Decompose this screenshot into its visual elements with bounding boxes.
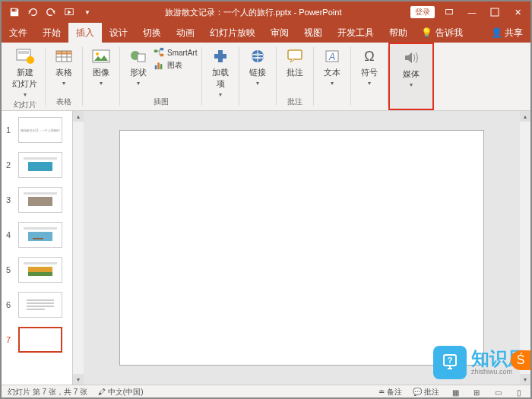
comments-button[interactable]: 💬 批注	[413, 387, 439, 397]
tab-view[interactable]: 视图	[296, 23, 330, 43]
comment-button[interactable]: 批注	[281, 46, 309, 80]
thumb-4[interactable]: 4	[2, 220, 72, 249]
symbol-icon: Ω	[359, 47, 380, 65]
ribbon-options-icon[interactable]	[441, 4, 458, 21]
group-comments-label: 批注	[287, 97, 302, 109]
tab-home[interactable]: 开始	[35, 23, 68, 43]
svg-rect-29	[28, 162, 52, 171]
group-media: 媒体 ▾	[388, 43, 434, 110]
svg-rect-15	[138, 54, 145, 62]
save-icon[interactable]	[6, 4, 23, 21]
minimize-icon[interactable]: —	[464, 4, 480, 21]
maximize-icon[interactable]	[486, 4, 503, 21]
svg-rect-36	[28, 267, 52, 272]
redo-icon[interactable]	[43, 4, 59, 21]
comment-icon	[284, 47, 306, 65]
svg-rect-35	[24, 262, 57, 264]
login-button[interactable]: 登录	[410, 6, 435, 18]
new-slide-button[interactable]: 新建 幻灯片 ▾	[9, 46, 40, 100]
notes-button[interactable]: ≐ 备注	[378, 387, 402, 397]
group-slides-label: 幻灯片	[14, 100, 36, 112]
reading-view-icon[interactable]: ▭	[492, 387, 503, 397]
images-button[interactable]: 图像 ▾	[87, 46, 115, 88]
group-addins: 加载 项 ▾	[202, 43, 239, 110]
tellme[interactable]: 💡 告诉我	[421, 27, 463, 40]
thumb-5[interactable]: 5	[2, 255, 72, 284]
tab-review[interactable]: 审阅	[263, 23, 296, 43]
title-text: 旅游散文记录：一个人的旅行.pptx - PowerPoint	[96, 7, 410, 18]
thumb-7[interactable]: 7	[2, 325, 72, 354]
svg-rect-40	[27, 306, 54, 307]
dropdown-icon: ▾	[219, 91, 222, 98]
thumb-2[interactable]: 2	[2, 150, 72, 179]
tab-animations[interactable]: 动画	[169, 23, 202, 43]
links-label: 链接	[249, 67, 266, 78]
chart-button[interactable]: 图表	[154, 60, 197, 71]
svg-rect-33	[28, 232, 52, 241]
tab-insert[interactable]: 插入	[68, 23, 102, 43]
canvas-area	[84, 111, 520, 385]
sorter-view-icon[interactable]: ⊞	[471, 387, 482, 397]
thumb-1[interactable]: 1旅游散文记录：一个人的旅行	[2, 116, 72, 144]
svg-rect-30	[24, 192, 57, 195]
dropdown-icon: ▾	[331, 80, 334, 87]
group-comments: 批注 批注	[277, 43, 313, 110]
share-button[interactable]: 👤 共享	[491, 27, 523, 40]
svg-rect-2	[491, 8, 499, 16]
group-symbols: Ω 符号 ▾	[351, 43, 388, 110]
symbols-button[interactable]: Ω 符号 ▾	[356, 46, 383, 88]
slideshow-view-icon[interactable]: ▯	[514, 387, 524, 397]
dropdown-icon: ▾	[256, 80, 259, 87]
text-button[interactable]: A 文本 ▾	[318, 46, 346, 88]
dropdown-icon: ▾	[62, 80, 65, 87]
svg-point-5	[27, 56, 34, 64]
ribbon: 新建 幻灯片 ▾ 幻灯片 表格 ▾ 表格 图像 ▾ 形状 ▾	[2, 43, 530, 111]
svg-rect-39	[27, 302, 54, 304]
smartart-button[interactable]: SmartArt	[154, 47, 197, 58]
qat-dropdown-icon[interactable]: ▼	[79, 4, 96, 21]
tab-help[interactable]: 帮助	[382, 23, 415, 43]
group-images: 图像 ▾	[83, 43, 119, 110]
tab-developer[interactable]: 开发工具	[330, 23, 382, 43]
thumb-3[interactable]: 3	[2, 185, 72, 214]
symbols-label: 符号	[361, 67, 378, 78]
dropdown-icon: ▾	[410, 81, 413, 88]
tab-design[interactable]: 设计	[102, 23, 135, 43]
group-tables-label: 表格	[56, 97, 71, 109]
thumb-6[interactable]: 6	[2, 290, 72, 319]
thumb-scrollbar[interactable]: ▴▾	[73, 111, 84, 385]
lang-indicator[interactable]: 🖍 中文(中国)	[98, 387, 143, 397]
smartart-label: SmartArt	[167, 49, 197, 57]
sogou-icon[interactable]: Ś	[511, 350, 530, 370]
svg-rect-41	[27, 309, 45, 310]
svg-text:Ω: Ω	[365, 49, 375, 64]
chart-label: 图表	[167, 60, 182, 71]
links-button[interactable]: 链接 ▾	[244, 46, 271, 88]
dropdown-icon: ▾	[24, 91, 27, 98]
group-illustrations-label: 插图	[154, 97, 169, 109]
undo-icon[interactable]	[24, 4, 41, 21]
close-icon[interactable]: ✕	[509, 4, 526, 21]
svg-text:A: A	[328, 52, 335, 62]
new-slide-icon	[14, 47, 36, 65]
tellme-label: 告诉我	[435, 27, 463, 40]
svg-rect-20	[157, 63, 160, 70]
media-label: 媒体	[403, 68, 420, 80]
tab-transitions[interactable]: 切换	[135, 23, 169, 43]
media-button[interactable]: 媒体 ▾	[390, 44, 432, 90]
slide-canvas[interactable]	[119, 130, 484, 366]
canvas-scrollbar[interactable]: ▴▾	[520, 111, 530, 385]
table-button[interactable]: 表格 ▾	[50, 46, 78, 88]
smartart-icon	[154, 47, 164, 58]
svg-rect-1	[446, 10, 453, 14]
tab-file[interactable]: 文件	[2, 23, 35, 43]
addins-button[interactable]: 加载 项 ▾	[207, 46, 234, 100]
tab-slideshow[interactable]: 幻灯片放映	[202, 23, 263, 43]
shapes-button[interactable]: 形状 ▾	[125, 46, 152, 88]
svg-rect-38	[27, 299, 54, 301]
group-slides: 新建 幻灯片 ▾ 幻灯片	[5, 43, 45, 110]
normal-view-icon[interactable]: ▦	[450, 387, 461, 397]
addins-icon	[210, 47, 231, 65]
start-icon[interactable]	[61, 4, 78, 21]
svg-rect-16	[154, 50, 157, 53]
